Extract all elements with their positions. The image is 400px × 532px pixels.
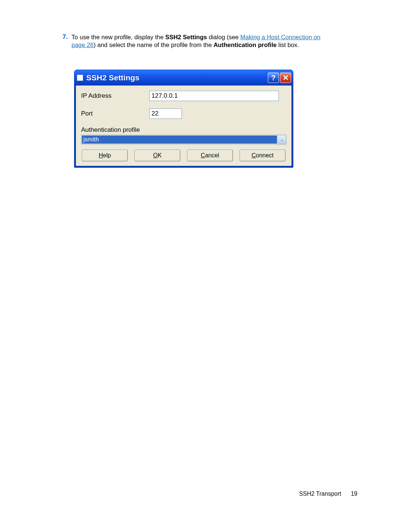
auth-profile-select[interactable]: jsmith ⌄ [81, 135, 286, 144]
titlebar-close-button[interactable]: ✕ [280, 73, 291, 83]
step-7: 7. To use the new profile, display the S… [59, 33, 325, 48]
ssh2-settings-dialog: SSH2 Settings ? ✕ IP Address Port Authen… [74, 70, 293, 168]
footer-page-number: 19 [351, 491, 357, 497]
help-mnemonic: H [99, 152, 103, 158]
port-label: Port [81, 110, 149, 117]
connect-button[interactable]: Connect [240, 150, 286, 161]
connect-rest: onnect [256, 152, 274, 158]
dialog-titlebar: SSH2 Settings ? ✕ [74, 70, 293, 86]
ok-mnemonic: O [153, 152, 157, 158]
auth-profile-block: Authentication profile jsmith ⌄ [81, 126, 286, 144]
step-text-mid2: ) and select the name of the profile fro… [94, 41, 214, 48]
port-row: Port [81, 108, 286, 119]
titlebar-help-button[interactable]: ? [268, 73, 279, 83]
dialog-title: SSH2 Settings [86, 73, 267, 82]
step-text-mid1: dialog (see [207, 34, 240, 40]
step-number: 7. [59, 33, 68, 48]
footer-section: SSH2 Transport [299, 491, 341, 497]
ip-row: IP Address [81, 91, 286, 101]
auth-profile-selected-value: jsmith [82, 135, 277, 144]
step-text-pre: To use the new profile, display the [71, 34, 165, 40]
dialog-body: IP Address Port Authentication profile j… [76, 86, 291, 166]
ok-rest: K [158, 152, 162, 158]
chevron-down-icon[interactable]: ⌄ [277, 135, 286, 144]
port-input[interactable] [149, 108, 182, 119]
connect-mnemonic: C [251, 152, 256, 158]
ip-input[interactable] [149, 91, 279, 101]
dialog-button-row: Help OK Cancel Connect [81, 150, 286, 161]
cancel-mnemonic: C [201, 152, 205, 158]
app-icon [77, 74, 83, 81]
step-text-post: list box. [277, 41, 299, 48]
auth-profile-label: Authentication profile [81, 126, 286, 134]
help-rest: elp [103, 152, 111, 158]
cancel-rest: ancel [205, 152, 219, 158]
help-button[interactable]: Help [82, 150, 128, 161]
page-footer: SSH2 Transport 19 [299, 491, 357, 497]
ok-button[interactable]: OK [134, 150, 180, 161]
ip-label: IP Address [81, 92, 149, 100]
cancel-button[interactable]: Cancel [187, 150, 233, 161]
step-bold-ssh2-settings: SSH2 Settings [165, 34, 207, 40]
step-text: To use the new profile, display the SSH2… [71, 33, 325, 48]
step-bold-auth-profile: Authentication profile [213, 41, 277, 48]
